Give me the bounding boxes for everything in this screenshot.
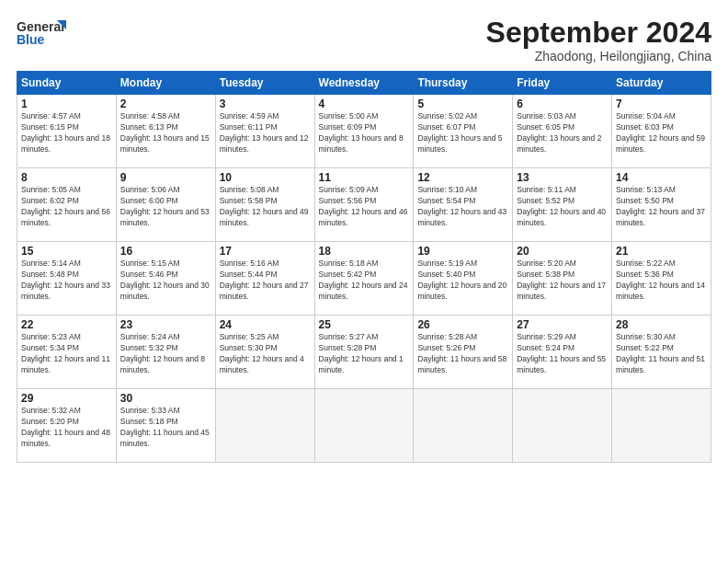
day-info: Sunrise: 5:00 AMSunset: 6:09 PMDaylight:…: [319, 111, 410, 155]
calendar-cell: 22Sunrise: 5:23 AMSunset: 5:34 PMDayligh…: [17, 316, 117, 389]
calendar-cell: 6Sunrise: 5:03 AMSunset: 6:05 PMDaylight…: [513, 95, 612, 168]
calendar-cell: 9Sunrise: 5:06 AMSunset: 6:00 PMDaylight…: [116, 168, 215, 242]
day-number: 7: [616, 98, 707, 110]
svg-text:Blue: Blue: [17, 32, 45, 47]
day-number: 25: [319, 318, 410, 331]
day-number: 13: [517, 171, 608, 184]
day-info: Sunrise: 5:05 AMSunset: 6:02 PMDaylight:…: [21, 185, 112, 229]
logo: General Blue: [17, 17, 68, 55]
day-number: 19: [417, 245, 508, 258]
day-number: 30: [120, 392, 211, 405]
day-number: 23: [120, 318, 211, 331]
day-number: 5: [417, 98, 508, 110]
calendar-cell: 18Sunrise: 5:18 AMSunset: 5:42 PMDayligh…: [314, 242, 414, 316]
day-info: Sunrise: 5:25 AMSunset: 5:30 PMDaylight:…: [220, 332, 311, 376]
weekday-header-tuesday: Tuesday: [215, 72, 314, 95]
calendar-cell: 3Sunrise: 4:59 AMSunset: 6:11 PMDaylight…: [215, 95, 314, 168]
weekday-header-thursday: Thursday: [414, 72, 513, 95]
day-number: 1: [21, 98, 112, 110]
calendar-cell: 26Sunrise: 5:28 AMSunset: 5:26 PMDayligh…: [414, 316, 513, 389]
weekday-header-friday: Friday: [513, 72, 612, 95]
calendar-week-5: 29Sunrise: 5:32 AMSunset: 5:20 PMDayligh…: [17, 389, 711, 463]
day-info: Sunrise: 5:04 AMSunset: 6:03 PMDaylight:…: [616, 111, 707, 155]
calendar-cell: 27Sunrise: 5:29 AMSunset: 5:24 PMDayligh…: [513, 316, 612, 389]
calendar-cell: 2Sunrise: 4:58 AMSunset: 6:13 PMDaylight…: [116, 95, 215, 168]
weekday-header-sunday: Sunday: [17, 72, 117, 95]
month-title: September 2024: [486, 17, 711, 49]
calendar-cell: 24Sunrise: 5:25 AMSunset: 5:30 PMDayligh…: [215, 316, 314, 389]
calendar-cell: [513, 389, 612, 463]
calendar-cell: 17Sunrise: 5:16 AMSunset: 5:44 PMDayligh…: [215, 242, 314, 316]
day-info: Sunrise: 5:06 AMSunset: 6:00 PMDaylight:…: [120, 185, 211, 229]
calendar-cell: 11Sunrise: 5:09 AMSunset: 5:56 PMDayligh…: [314, 168, 414, 242]
day-number: 12: [417, 171, 508, 184]
calendar-cell: 8Sunrise: 5:05 AMSunset: 6:02 PMDaylight…: [17, 168, 117, 242]
calendar-cell: 19Sunrise: 5:19 AMSunset: 5:40 PMDayligh…: [414, 242, 513, 316]
calendar-cell: 5Sunrise: 5:02 AMSunset: 6:07 PMDaylight…: [414, 95, 513, 168]
day-number: 21: [616, 245, 707, 258]
day-number: 14: [616, 171, 707, 184]
day-info: Sunrise: 5:13 AMSunset: 5:50 PMDaylight:…: [616, 185, 707, 229]
calendar-cell: [414, 389, 513, 463]
day-info: Sunrise: 5:33 AMSunset: 5:18 PMDaylight:…: [120, 406, 211, 450]
day-info: Sunrise: 5:20 AMSunset: 5:38 PMDaylight:…: [517, 259, 608, 303]
calendar-cell: 15Sunrise: 5:14 AMSunset: 5:48 PMDayligh…: [17, 242, 117, 316]
calendar-cell: 30Sunrise: 5:33 AMSunset: 5:18 PMDayligh…: [116, 389, 215, 463]
day-number: 28: [616, 318, 707, 331]
calendar-table: SundayMondayTuesdayWednesdayThursdayFrid…: [17, 71, 711, 463]
day-info: Sunrise: 5:23 AMSunset: 5:34 PMDaylight:…: [21, 332, 112, 376]
day-info: Sunrise: 5:10 AMSunset: 5:54 PMDaylight:…: [417, 185, 508, 229]
day-number: 15: [21, 245, 112, 258]
day-number: 16: [120, 245, 211, 258]
day-info: Sunrise: 5:19 AMSunset: 5:40 PMDaylight:…: [417, 259, 508, 303]
calendar-cell: 4Sunrise: 5:00 AMSunset: 6:09 PMDaylight…: [314, 95, 414, 168]
day-info: Sunrise: 5:22 AMSunset: 5:36 PMDaylight:…: [616, 259, 707, 303]
day-info: Sunrise: 5:18 AMSunset: 5:42 PMDaylight:…: [319, 259, 410, 303]
calendar-week-1: 1Sunrise: 4:57 AMSunset: 6:15 PMDaylight…: [17, 95, 711, 168]
day-info: Sunrise: 5:15 AMSunset: 5:46 PMDaylight:…: [120, 259, 211, 303]
calendar-cell: 13Sunrise: 5:11 AMSunset: 5:52 PMDayligh…: [513, 168, 612, 242]
day-info: Sunrise: 5:08 AMSunset: 5:58 PMDaylight:…: [220, 185, 311, 229]
day-info: Sunrise: 5:03 AMSunset: 6:05 PMDaylight:…: [517, 111, 608, 155]
day-info: Sunrise: 5:16 AMSunset: 5:44 PMDaylight:…: [220, 259, 311, 303]
calendar-cell: 25Sunrise: 5:27 AMSunset: 5:28 PMDayligh…: [314, 316, 414, 389]
day-number: 22: [21, 318, 112, 331]
calendar-cell: 16Sunrise: 5:15 AMSunset: 5:46 PMDayligh…: [116, 242, 215, 316]
day-number: 2: [120, 98, 211, 110]
day-info: Sunrise: 5:02 AMSunset: 6:07 PMDaylight:…: [417, 111, 508, 155]
day-info: Sunrise: 5:09 AMSunset: 5:56 PMDaylight:…: [319, 185, 410, 229]
calendar-week-2: 8Sunrise: 5:05 AMSunset: 6:02 PMDaylight…: [17, 168, 711, 242]
calendar-cell: 23Sunrise: 5:24 AMSunset: 5:32 PMDayligh…: [116, 316, 215, 389]
day-info: Sunrise: 5:32 AMSunset: 5:20 PMDaylight:…: [21, 406, 112, 450]
calendar-cell: 14Sunrise: 5:13 AMSunset: 5:50 PMDayligh…: [612, 168, 711, 242]
day-info: Sunrise: 5:28 AMSunset: 5:26 PMDaylight:…: [417, 332, 508, 376]
day-info: Sunrise: 4:57 AMSunset: 6:15 PMDaylight:…: [21, 111, 112, 155]
location-subtitle: Zhaodong, Heilongjiang, China: [486, 49, 711, 63]
day-number: 11: [319, 171, 410, 184]
weekday-header-wednesday: Wednesday: [314, 72, 414, 95]
calendar-week-4: 22Sunrise: 5:23 AMSunset: 5:34 PMDayligh…: [17, 316, 711, 389]
weekday-header-monday: Monday: [116, 72, 215, 95]
day-info: Sunrise: 5:30 AMSunset: 5:22 PMDaylight:…: [616, 332, 707, 376]
day-info: Sunrise: 4:58 AMSunset: 6:13 PMDaylight:…: [120, 111, 211, 155]
day-number: 24: [220, 318, 311, 331]
day-number: 3: [220, 98, 311, 110]
logo-icon: General Blue: [17, 17, 68, 52]
day-info: Sunrise: 4:59 AMSunset: 6:11 PMDaylight:…: [220, 111, 311, 155]
day-number: 8: [21, 171, 112, 184]
header: General Blue September 2024 Zhaodong, He…: [17, 17, 711, 63]
weekday-header-saturday: Saturday: [612, 72, 711, 95]
calendar-cell: 10Sunrise: 5:08 AMSunset: 5:58 PMDayligh…: [215, 168, 314, 242]
calendar-cell: 7Sunrise: 5:04 AMSunset: 6:03 PMDaylight…: [612, 95, 711, 168]
calendar-cell: 21Sunrise: 5:22 AMSunset: 5:36 PMDayligh…: [612, 242, 711, 316]
day-info: Sunrise: 5:29 AMSunset: 5:24 PMDaylight:…: [517, 332, 608, 376]
day-number: 27: [517, 318, 608, 331]
day-info: Sunrise: 5:27 AMSunset: 5:28 PMDaylight:…: [319, 332, 410, 376]
day-info: Sunrise: 5:24 AMSunset: 5:32 PMDaylight:…: [120, 332, 211, 376]
calendar-cell: 28Sunrise: 5:30 AMSunset: 5:22 PMDayligh…: [612, 316, 711, 389]
calendar-cell: [314, 389, 414, 463]
calendar-cell: 1Sunrise: 4:57 AMSunset: 6:15 PMDaylight…: [17, 95, 117, 168]
day-number: 4: [319, 98, 410, 110]
day-number: 6: [517, 98, 608, 110]
calendar-cell: 20Sunrise: 5:20 AMSunset: 5:38 PMDayligh…: [513, 242, 612, 316]
